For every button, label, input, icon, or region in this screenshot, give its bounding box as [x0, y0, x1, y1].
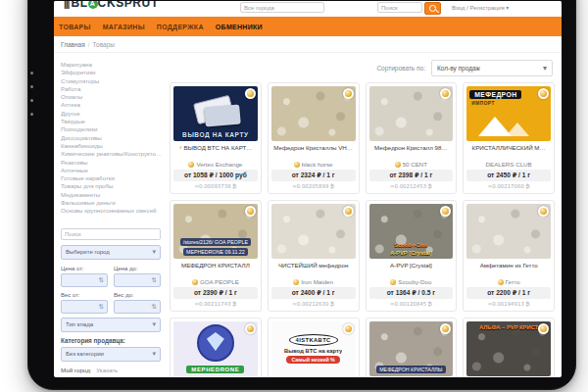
- seller-category-select[interactable]: Без категории ▾: [61, 347, 161, 362]
- category-link[interactable]: Каннабиноиды: [61, 142, 163, 150]
- shop-link[interactable]: 50 CENT: [369, 161, 454, 168]
- chevron-down-icon: ▾: [543, 64, 547, 73]
- product-title[interactable]: ЧИСТЕЙШИЙ мефедрон: [271, 262, 356, 276]
- category-link[interactable]: Химические реактивы/Конструкторы: [61, 150, 163, 158]
- product-image[interactable]: МЕФЕДРОН КРИСТАЛЛЫ: [369, 321, 454, 376]
- category-link[interactable]: Товары для пробы: [61, 182, 163, 190]
- shop-link[interactable]: black horse: [271, 161, 356, 168]
- nav-item-0[interactable]: ТОВАРЫ: [59, 24, 91, 30]
- product-image[interactable]: Scooby-DooA-PVP [Crystal]: [369, 204, 454, 259]
- product-card[interactable]: Амфетамин из Гетто Гетто от 2200 ₽ / 1 г…: [463, 200, 555, 312]
- product-image[interactable]: /stores/2126/ GOA PEOPLEMEPHEDRONE 09.11…: [173, 204, 258, 259]
- chevron-down-icon: ▾: [152, 320, 156, 328]
- product-image[interactable]: ВЫВОД НА КАРТУ: [173, 86, 258, 141]
- city-filter-input[interactable]: [240, 2, 324, 13]
- product-title[interactable]: Мефедрон Кристалл 98…: [369, 144, 454, 159]
- category-link[interactable]: Опиаты: [61, 93, 163, 101]
- category-link[interactable]: Аптека: [61, 101, 163, 109]
- spinner-icon[interactable]: ⇅: [99, 303, 104, 311]
- category-link[interactable]: Психоделики: [61, 125, 163, 133]
- sort-label: Сортировать по:: [376, 65, 425, 72]
- price-to-input[interactable]: ⇅: [114, 273, 161, 287]
- site-logo[interactable]: |||BLACKSPRUT: [64, 1, 159, 10]
- shop-link[interactable]: Vertex Exchange: [173, 161, 258, 168]
- category-link[interactable]: Стимуляторы: [61, 77, 163, 85]
- breadcrumb: Главная/Товары: [54, 36, 562, 53]
- weight-to-input[interactable]: ⇅: [114, 300, 161, 314]
- product-image[interactable]: МЕФЕДРОНИМПОРТ: [466, 86, 551, 141]
- weight-from-label: Вес от:: [61, 292, 108, 298]
- medal-badge-icon: [245, 88, 256, 99]
- product-image[interactable]: [271, 204, 356, 259]
- product-image[interactable]: [466, 204, 551, 259]
- price-from-input[interactable]: ⇅: [61, 273, 108, 287]
- product-card[interactable]: МЕФЕДРОН КРИСТАЛЛЫ Мефедрон Кристаллы … …: [366, 318, 458, 377]
- product-title[interactable]: Мефедрон Кристаллы VH…: [271, 144, 356, 159]
- category-link[interactable]: Готовые наработки: [61, 174, 163, 182]
- nav-item-3[interactable]: ОБМЕННИКИ: [216, 24, 263, 30]
- product-image[interactable]: [369, 86, 454, 141]
- shop-link[interactable]: GOA PEOPLE: [173, 278, 258, 285]
- image-caption: MEPHEDRONE: [186, 366, 244, 373]
- search-button[interactable]: [424, 2, 441, 15]
- product-card[interactable]: ВЫВОД НА КАРТУ ⚡ВЫВОД BTC НА КАРТ… Verte…: [170, 82, 262, 194]
- sort-select[interactable]: Кол-ву продаж ▾: [431, 60, 553, 76]
- product-card[interactable]: Scooby-DooA-PVP [Crystal] A-PVP [Crystal…: [366, 200, 458, 312]
- category-link[interactable]: Другое: [61, 110, 163, 118]
- category-link[interactable]: Работа: [61, 85, 163, 93]
- product-title[interactable]: Амфетамин из Гетто: [466, 262, 551, 276]
- price-from-label: Цена от:: [61, 266, 108, 271]
- stash-type-select[interactable]: Тип клада ▾: [61, 318, 161, 332]
- shop-link[interactable]: Гетто: [466, 278, 551, 285]
- product-card[interactable]: МЕФЕДРОНИМПОРТ КРИСТАЛЛИЧЕСКИЙ М… DEALER…: [463, 82, 555, 194]
- auth-link[interactable]: Вход / Регистрация ▾: [452, 4, 509, 11]
- nav-item-2[interactable]: ПОДДЕРЖКА: [157, 24, 204, 30]
- image-caption: Самый низкий %: [286, 356, 339, 364]
- product-title[interactable]: КРИСТАЛЛИЧЕСКИЙ М…: [466, 144, 551, 159]
- spinner-icon[interactable]: ⇅: [152, 303, 157, 311]
- product-image[interactable]: 4ISTKABTCВывод BTC на картуСамый низкий …: [271, 321, 356, 376]
- category-link[interactable]: Основы крупнотоннажных смесей: [61, 207, 163, 215]
- category-link[interactable]: Твёрдые: [61, 118, 163, 125]
- product-card[interactable]: 4ISTKABTCВывод BTC на картуСамый низкий …: [268, 318, 360, 377]
- breadcrumb-home[interactable]: Главная: [61, 41, 85, 48]
- category-link[interactable]: Реактивы: [61, 159, 163, 167]
- product-card[interactable]: Мефедрон Кристалл 98… 50 CENT от 2398 ₽ …: [366, 82, 458, 194]
- product-card[interactable]: АЛЬФА – PVP КРИСТ A-PVP БЕЛЫЙ КРИС Стран…: [463, 318, 555, 377]
- shop-link[interactable]: DEALERS CLUB: [466, 161, 551, 168]
- my-city-set-link[interactable]: Указать: [96, 367, 118, 373]
- sidebar-search-input[interactable]: [61, 228, 161, 240]
- product-title[interactable]: ⚡ВЫВОД BTC НА КАРТ…: [173, 144, 258, 159]
- weight-from-input[interactable]: ⇅: [61, 300, 108, 314]
- nav-item-1[interactable]: МАГАЗИНЫ: [103, 24, 145, 30]
- category-link[interactable]: Диссоциативы: [61, 134, 163, 142]
- product-title[interactable]: A-PVP [Crystal]: [369, 262, 454, 276]
- image-caption: МЕФЕДРОН КРИСТАЛЛЫ: [376, 366, 445, 373]
- category-link[interactable]: Фальшивые деньги: [61, 199, 163, 207]
- product-price-btc: ≈0.00205899 ₿: [271, 183, 356, 189]
- product-price-btc: ≈0.00212453 ₿: [369, 183, 454, 189]
- image-caption: A-PVP [Crystal]: [390, 250, 432, 256]
- product-card[interactable]: Мефедрон Кристаллы VH… black horse от 23…: [268, 82, 360, 194]
- product-card[interactable]: ЧИСТЕЙШИЙ мефедрон Iron Maiden от 2400 ₽…: [268, 200, 360, 312]
- product-image[interactable]: [271, 86, 356, 141]
- spinner-icon[interactable]: ⇅: [99, 276, 104, 284]
- category-link[interactable]: Марихуана: [61, 61, 163, 69]
- product-card[interactable]: MEPHEDRONE Мефедрон Кристаллы [ … Miley'…: [170, 318, 262, 377]
- product-price: от 2324 ₽ / 1 г: [271, 170, 356, 181]
- chevron-down-icon: ▾: [152, 350, 156, 358]
- category-link[interactable]: Эйфоретики: [61, 69, 163, 76]
- seller-category-label: Категория продавца:: [61, 337, 161, 344]
- logo-green-dot-icon: A: [88, 1, 98, 9]
- shop-link[interactable]: Iron Maiden: [271, 278, 356, 285]
- product-card[interactable]: /stores/2126/ GOA PEOPLEMEPHEDRONE 09.11…: [170, 200, 262, 312]
- category-link[interactable]: Аптечные: [61, 167, 163, 174]
- product-title[interactable]: МЕФЕДРОН КРИСТАЛЛ: [173, 262, 258, 276]
- spinner-icon[interactable]: ⇅: [152, 276, 157, 284]
- shop-link[interactable]: Scooby-Doo: [369, 278, 454, 285]
- product-image[interactable]: MEPHEDRONE: [173, 321, 258, 376]
- header-search-input[interactable]: [377, 2, 422, 13]
- category-link[interactable]: Медикаменты: [61, 191, 163, 199]
- city-select[interactable]: Выберите город ▾: [61, 245, 161, 260]
- product-image[interactable]: АЛЬФА – PVP КРИСТ: [466, 321, 551, 376]
